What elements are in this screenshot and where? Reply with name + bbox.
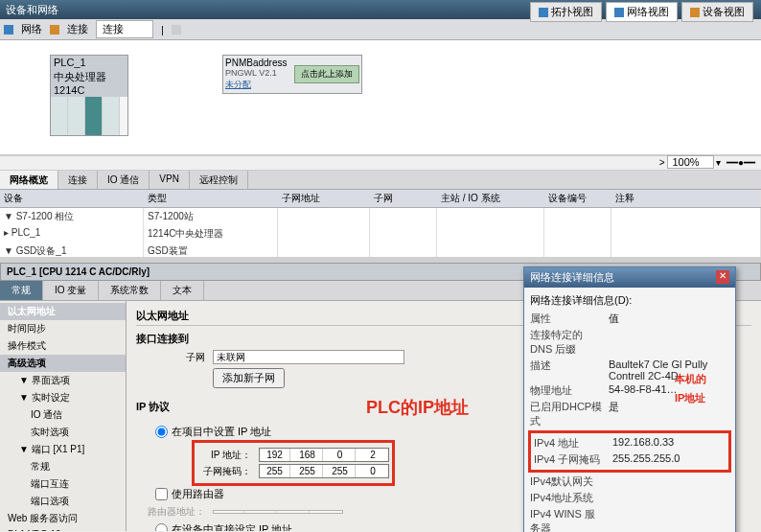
tab-connections[interactable]: 连接 (58, 171, 98, 189)
kv-key: IPv4默认网关 (530, 474, 603, 489)
conn-icon (50, 25, 59, 35)
window-title: 设备和网络 (6, 0, 58, 19)
device-icon (690, 8, 700, 17)
label-mask: 子网掩码： (197, 465, 259, 478)
pnm-add-button[interactable]: 点击此上添加 (294, 65, 359, 83)
subnet-mask-input[interactable]: 2552552550 (259, 464, 389, 478)
ptab-general[interactable]: 常规 (0, 281, 43, 300)
tab-iocomm[interactable]: IO 通信 (98, 171, 150, 189)
tree-item[interactable]: ▼ 端口 [X1 P1] (0, 441, 126, 458)
kv-key: IPv4 地址 (534, 436, 607, 451)
kv-value: 192.168.0.33 (612, 436, 726, 451)
topology-icon (539, 8, 548, 17)
zoom-icon[interactable] (172, 25, 181, 35)
kv-key: 连接特定的 DNS 后缀 (530, 328, 603, 357)
kv-value: 255.255.255.0 (612, 452, 726, 467)
table-row[interactable]: ▸ PLC_11214C中央处理器 (0, 225, 761, 243)
device-table: 设备 类型 子网地址 子网 主站 / IO 系统 设备编号 注释 ▼ S7-12… (0, 190, 761, 257)
host-ip-highlight: IPv4 地址192.168.0.33IPv4 子网掩码255.255.255.… (530, 432, 729, 471)
tree-item[interactable]: DI 14/DQ 10 (0, 527, 126, 531)
toolbar-link[interactable]: 连接 (96, 20, 153, 38)
th-subnetaddr[interactable]: 子网地址 (278, 190, 370, 207)
tree-item[interactable]: 以太网地址 (0, 303, 126, 320)
kv-value: 54-98-F8-41… (609, 383, 729, 398)
device-plc[interactable]: PLC_1 中央处理器1214C (50, 55, 128, 136)
popup-subtitle: 网络连接详细信息(D): (530, 293, 729, 308)
table-row[interactable]: ▼ GSD设备_1GSD装置 (0, 243, 761, 257)
kv-key: 物理地址 (530, 383, 603, 398)
ip-address-input[interactable]: 19216802 (259, 448, 389, 462)
kv-value (609, 474, 729, 489)
ptab-sysconst[interactable]: 系统常数 (99, 281, 161, 300)
kv-key: 描述 (530, 359, 603, 382)
tree-item[interactable]: 实时选项 (0, 424, 126, 441)
tab-vpn[interactable]: VPN (150, 171, 190, 189)
annotation-plc-ip: PLC的IP地址 (366, 396, 469, 419)
pnm-assign-link[interactable]: 未分配 (225, 80, 251, 89)
toolbar-net[interactable]: 网络 (17, 20, 46, 38)
table-row[interactable]: ▼ S7-1200 相位S7-1200站 (0, 208, 761, 225)
annotation-host-ip: 本机的IP地址 (675, 368, 706, 406)
ptab-text[interactable]: 文本 (161, 281, 204, 300)
label-subnet: 子网 (136, 351, 213, 364)
ptab-iovars[interactable]: IO 变量 (43, 281, 99, 300)
th-devno[interactable]: 设备编号 (544, 190, 611, 207)
th-comment[interactable]: 注释 (611, 190, 761, 207)
table-header: 设备 类型 子网地址 子网 主站 / IO 系统 设备编号 注释 (0, 190, 761, 208)
pnm-sub: PNGWL V2.1 (225, 68, 287, 78)
chk-router[interactable] (155, 488, 168, 500)
tree-item[interactable]: 高级选项 (0, 355, 126, 372)
tree-item[interactable]: 时间同步 (0, 320, 126, 337)
kv-key: 已启用DHCP模式 (530, 400, 603, 428)
tab-network[interactable]: 网络视图 (606, 2, 678, 22)
tree-item[interactable]: ▼ 界面选项 (0, 372, 126, 389)
tree-item[interactable]: ▼ 实时设定 (0, 389, 126, 406)
add-subnet-button[interactable]: 添加新子网 (213, 368, 285, 388)
label-router: 路由器地址： (136, 505, 213, 519)
toolbar: 网络 连接 连接 | (0, 19, 761, 40)
toolbar-sep: | (157, 22, 168, 37)
tree-item[interactable]: 端口互连 (0, 475, 126, 493)
tab-label: 网络视图 (627, 5, 669, 19)
device-pnm[interactable]: PNMBaddress PNGWL V2.1 未分配 点击此上添加 (222, 55, 362, 94)
ip-highlight-box: IP 地址： 19216802 子网掩码： 2552552550 (194, 442, 393, 484)
zoom-bar: > 100% ▾ ━━●━━ (0, 155, 761, 171)
kv-key: IPv4 子网掩码 (534, 452, 607, 467)
kv-value: 值 (609, 312, 729, 326)
network-icon (614, 8, 624, 17)
th-subnet[interactable]: 子网 (370, 190, 437, 207)
zoom-value[interactable]: 100% (667, 155, 713, 169)
radio-set-ip[interactable] (155, 426, 168, 438)
mid-tabs: 网络概览 连接 IO 通信 VPN 远程控制 (0, 171, 761, 190)
toolbar-conn[interactable]: 连接 (63, 20, 92, 38)
subnet-select[interactable] (213, 350, 404, 364)
section-ip: IP 协议 (136, 398, 357, 416)
tree-item[interactable]: 端口选项 (0, 493, 126, 510)
tab-netoverview[interactable]: 网络概览 (0, 171, 58, 189)
kv-key: 属性 (530, 312, 603, 326)
tree-item[interactable]: Web 服务器访问 (0, 510, 126, 527)
network-canvas[interactable]: PLC_1 中央处理器1214C PNMBaddress PNGWL V2.1 … (0, 40, 761, 155)
pnm-title: PNMBaddress (225, 58, 287, 68)
property-tree[interactable]: 以太网地址时间同步操作模式高级选项▼ 界面选项▼ 实时设定IO 通信实时选项▼ … (0, 301, 127, 531)
router-address-input (213, 510, 343, 514)
kv-value (609, 328, 729, 357)
popup-title: 网络连接详细信息 (530, 270, 614, 285)
label-ip: IP 地址： (197, 449, 259, 462)
close-icon[interactable]: ✕ (716, 270, 729, 284)
tab-device[interactable]: 设备视图 (681, 2, 753, 22)
tree-item[interactable]: 操作模式 (0, 337, 126, 355)
kv-value (609, 507, 729, 532)
th-master[interactable]: 主站 / IO 系统 (437, 190, 544, 207)
net-icon (4, 25, 13, 35)
tree-item[interactable]: 常规 (0, 458, 126, 475)
tab-label: 拓扑视图 (551, 5, 593, 19)
th-device[interactable]: 设备 (0, 190, 144, 207)
radio-dev-ip[interactable] (155, 523, 168, 531)
kv-key: IPv4地址系统 (530, 491, 603, 505)
tree-item[interactable]: IO 通信 (0, 406, 126, 424)
tab-remote[interactable]: 远程控制 (190, 171, 248, 189)
kv-value: Baultek7 Cle Gl Pully Contrell 2C-4D- (609, 359, 729, 382)
th-type[interactable]: 类型 (144, 190, 278, 207)
tab-topology[interactable]: 拓扑视图 (530, 2, 602, 22)
